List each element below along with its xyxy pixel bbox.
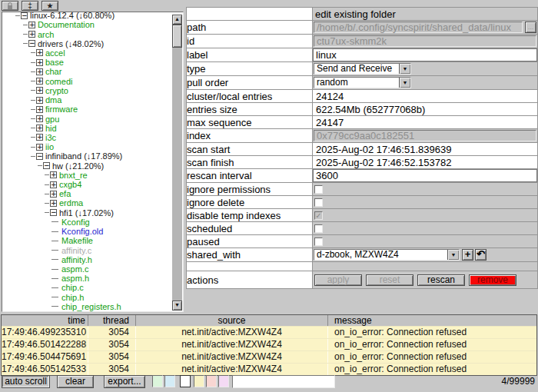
tree-item[interactable]: chip.h (2, 293, 173, 302)
star-icon: ★ (47, 2, 54, 10)
tree-item[interactable]: + gpu (2, 114, 173, 123)
tree-item[interactable]: chip.c (2, 283, 173, 292)
scroll-down-icon[interactable]: ▼ (172, 301, 182, 311)
log-level-swatch-error[interactable] (206, 375, 217, 387)
expand-toggle-icon[interactable]: − (36, 153, 43, 160)
tree-item[interactable]: + crypto (2, 86, 173, 95)
log-row[interactable]: 17:49:46.504475691 3054 net.init/active:… (2, 350, 536, 363)
expand-toggle-icon[interactable]: − (28, 40, 35, 47)
tree-item[interactable]: + comedi (2, 77, 173, 86)
expand-toggle-icon[interactable]: + (36, 115, 43, 122)
expand-all-button[interactable]: ‡ (22, 1, 38, 11)
tree-item[interactable]: − linux-6.12.4 (↓60.80%) (2, 12, 173, 20)
expand-toggle-icon[interactable]: + (50, 200, 57, 207)
tree-item[interactable]: + accel (2, 48, 173, 58)
tree-item[interactable]: aspm.c (2, 264, 173, 274)
tree-item[interactable]: + efa (2, 189, 173, 198)
log-row[interactable]: 17:49:46.501422288 3054 net.init/active:… (2, 338, 536, 350)
log-level-swatch-critical[interactable] (218, 375, 229, 387)
tree-item[interactable]: + iio (2, 142, 173, 151)
expand-toggle-icon[interactable]: + (50, 191, 57, 198)
paused-checkbox[interactable] (314, 238, 323, 246)
scroll-up-icon[interactable]: ▲ (172, 15, 182, 25)
tree-item[interactable]: Kconfig (2, 218, 173, 227)
scheduled-checkbox[interactable] (314, 224, 323, 233)
tree-item[interactable]: + char (2, 67, 173, 76)
log-level-swatch-debug[interactable] (164, 375, 175, 387)
log-level-swatch-info[interactable] (180, 375, 191, 387)
expand-toggle-icon[interactable]: − (43, 162, 50, 169)
expand-toggle-icon[interactable]: + (36, 106, 43, 113)
chevron-down-icon[interactable]: ▼ (399, 64, 410, 74)
tree-item[interactable]: − infiniband (↓17.89%) (2, 151, 173, 161)
chevron-down-icon[interactable]: ▼ (447, 250, 459, 260)
tree-item[interactable]: + bnxt_re (2, 171, 173, 180)
tree-item[interactable]: aspm.h (2, 274, 173, 283)
tree-item[interactable]: − hw (↓21.20%) (2, 161, 173, 171)
tree-item[interactable]: + hid (2, 124, 173, 133)
scrollbar-thumb[interactable] (172, 25, 182, 48)
expand-toggle-icon[interactable]: − (50, 209, 57, 216)
expand-toggle-icon[interactable]: + (36, 134, 43, 141)
tree-item[interactable]: chip_registers.h (2, 302, 173, 311)
expand-toggle-icon[interactable]: + (36, 68, 43, 75)
tree-item[interactable]: Kconfig.old (2, 227, 173, 236)
log-row[interactable]: 17:49:46.499235310 3054 net.init/active:… (2, 326, 536, 338)
log-level-swatch-trace[interactable] (152, 375, 163, 387)
add-share-button[interactable]: + (462, 249, 473, 261)
log-col-thread[interactable]: thread (88, 315, 136, 326)
expand-toggle-icon[interactable]: + (36, 59, 43, 66)
tree-item[interactable]: + erdma (2, 198, 173, 208)
log-row[interactable]: 17:49:46.505142533 3054 net.init/active:… (2, 363, 536, 375)
expand-toggle-icon[interactable]: + (50, 181, 57, 188)
lock-button[interactable] (2, 1, 18, 11)
undo-share-button[interactable]: ↶ (475, 249, 487, 261)
tree-item[interactable]: + cxgb4 (2, 180, 173, 189)
tree-item[interactable]: − hfi1 (↓17.02%) (2, 208, 173, 218)
export-button[interactable]: export... (104, 375, 145, 388)
rescan-button[interactable]: rescan (417, 274, 465, 286)
tree-item[interactable]: affinity.c (2, 245, 173, 254)
ignore-delete-checkbox[interactable] (314, 198, 323, 207)
apply-button[interactable]: apply (314, 274, 362, 286)
tree-item[interactable]: + base (2, 58, 173, 67)
index-label: index (187, 129, 313, 143)
tree-item[interactable]: − drivers (↓48.02%) (2, 39, 173, 48)
expand-toggle-icon[interactable]: + (50, 171, 57, 178)
label-input[interactable] (314, 49, 536, 61)
tree-item[interactable]: affinity.h (2, 255, 173, 264)
expand-toggle-icon[interactable]: + (36, 87, 43, 94)
reset-button[interactable]: reset (366, 274, 413, 286)
log-col-source[interactable]: source (136, 315, 328, 326)
expand-toggle-icon[interactable]: + (36, 97, 43, 104)
auto-scroll-button[interactable]: auto scroll (2, 375, 50, 388)
log-level-swatch-warn[interactable] (194, 375, 204, 387)
type-select[interactable]: Send and Receive ▼ (314, 63, 411, 75)
tree-item[interactable]: + i3c (2, 133, 173, 142)
expand-toggle-icon[interactable]: + (36, 78, 43, 85)
expand-toggle-icon[interactable]: − (21, 12, 28, 19)
favorites-button[interactable]: ★ (42, 1, 58, 11)
tree-item[interactable]: + dma (2, 95, 173, 105)
tree-item[interactable]: + arch (2, 29, 173, 38)
tree-scrollbar[interactable]: ▲ ▼ (172, 15, 182, 311)
shared-with-select[interactable]: d-zbook, MZXW4Z4 ▼ (314, 249, 460, 261)
tree-item[interactable]: + Documentation (2, 20, 173, 29)
tree-item[interactable]: Makefile (2, 236, 173, 245)
log-col-time[interactable]: time (2, 315, 88, 326)
expand-toggle-icon[interactable]: + (28, 31, 35, 38)
rescan-interval-input[interactable] (314, 170, 536, 181)
pull-order-select[interactable]: random ▼ (314, 77, 411, 88)
clear-button[interactable]: clear (57, 375, 94, 388)
expand-toggle-icon[interactable]: + (36, 125, 43, 131)
expand-toggle-icon[interactable]: + (28, 22, 35, 28)
expand-toggle-icon[interactable]: + (36, 49, 43, 56)
browse-button[interactable]: ... (525, 22, 536, 33)
log-col-message[interactable]: message (328, 315, 536, 326)
tree-item[interactable]: + firmware (2, 105, 173, 114)
chevron-down-icon[interactable]: ▼ (399, 78, 410, 88)
ignore-permissions-checkbox[interactable] (314, 185, 323, 194)
remove-button[interactable]: remove (469, 274, 516, 286)
expand-toggle-icon[interactable]: + (36, 144, 43, 151)
log-filter-input[interactable] (232, 375, 335, 388)
